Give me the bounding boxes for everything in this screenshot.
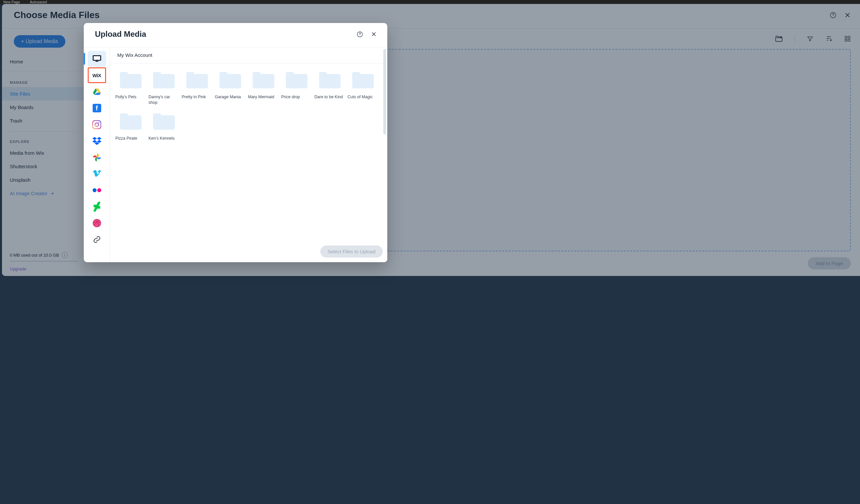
scrollbar-thumb[interactable] [383,49,386,134]
svg-point-7 [360,35,360,36]
source-flickr[interactable] [88,182,106,198]
svg-rect-13 [92,120,101,129]
folder-item[interactable]: Pretty in Pink [181,70,213,105]
folder-item[interactable]: Price drop [281,70,313,105]
upload-breadcrumb[interactable]: My Wix Account [110,48,387,63]
source-google-drive[interactable] [88,84,106,100]
autosaved-label: Autosaved [30,0,47,4]
help-icon[interactable] [357,31,363,38]
source-computer[interactable] [88,51,106,67]
folder-icon [153,70,175,88]
folder-icon [186,70,208,88]
folder-item[interactable]: Danny's car shop [148,70,180,105]
editor-top-bar: New Page Autosaved [0,0,860,4]
folder-label: Dare to be Kind [314,94,346,105]
svg-rect-12 [96,60,98,61]
upload-sources-rail: WiX f [84,48,110,262]
folder-icon [153,111,175,130]
source-vimeo[interactable] [88,166,106,182]
folder-icon [253,70,274,88]
folder-item[interactable]: Dare to be Kind [314,70,346,105]
upload-media-dialog: Upload Media WiX [84,23,387,262]
folder-label: Cuts of Magic [347,94,379,105]
svg-point-16 [92,188,97,192]
svg-point-15 [98,122,99,123]
folder-item[interactable]: Cuts of Magic [347,70,379,105]
svg-point-17 [97,188,101,192]
folder-icon [219,70,241,88]
folder-icon [286,70,307,88]
folder-label: Polly's Pets [115,94,147,105]
page-name: New Page [3,0,20,4]
source-facebook[interactable]: f [88,100,106,116]
svg-rect-10 [94,56,100,60]
svg-point-14 [95,123,99,127]
source-google-photos[interactable] [88,149,106,165]
folder-label: Price drop [281,94,313,105]
folder-icon [120,70,142,88]
close-icon[interactable] [371,31,377,37]
folder-item[interactable]: Mary Mermaid [247,70,280,105]
upload-media-main: My Wix Account Polly's Pets Danny's car … [110,48,387,262]
folder-item[interactable]: Garage Mania [214,70,246,105]
folder-item[interactable]: Pizza Pirate [115,111,147,147]
select-files-to-upload-button: Select Files to Upload [320,245,383,258]
folder-label: Garage Mania [214,94,246,105]
folder-icon [352,70,374,88]
source-dribbble[interactable] [88,215,106,231]
folder-item[interactable]: Polly's Pets [115,70,147,105]
folder-label: Danny's car shop [148,94,180,105]
source-link[interactable] [88,232,106,247]
folder-icon [319,70,341,88]
folder-item[interactable]: Ken's Kennels [148,111,180,147]
folder-label: Ken's Kennels [148,136,180,147]
wix-account-folder-grid: Polly's Pets Danny's car shop Pretty in … [110,63,387,242]
source-instagram[interactable] [88,117,106,132]
folder-label: Mary Mermaid [247,94,280,105]
folder-label: Pizza Pirate [115,136,147,147]
source-dropbox[interactable] [88,133,106,149]
source-deviantart[interactable] [88,199,106,215]
source-wix[interactable]: WiX [88,67,106,83]
scrollbar[interactable] [383,48,386,245]
folder-icon [120,111,142,130]
folder-label: Pretty in Pink [181,94,213,105]
upload-media-title: Upload Media [95,30,146,39]
